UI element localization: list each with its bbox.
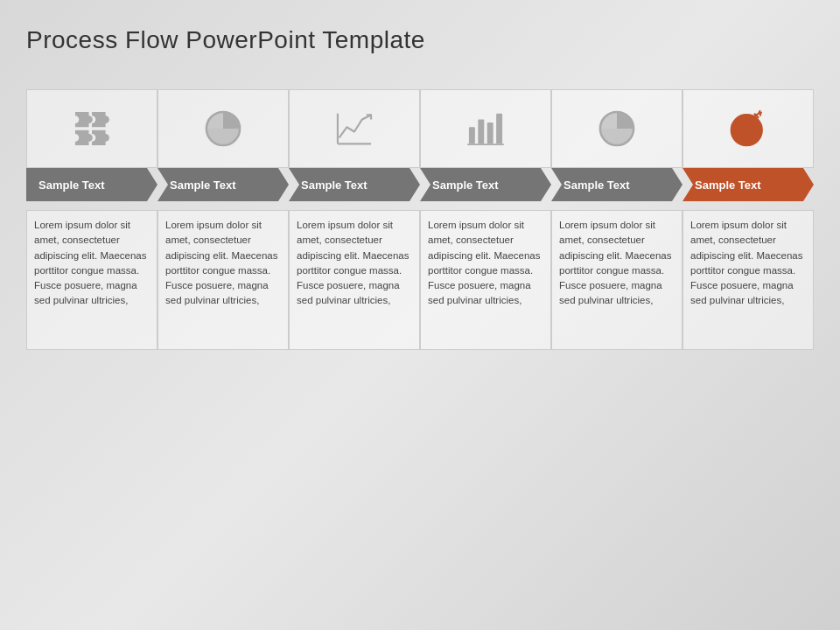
pie2-icon xyxy=(594,106,640,151)
step-4-label: Sample Text xyxy=(429,178,499,192)
step-4-body: Lorem ipsum dolor sit amet, consectetuer… xyxy=(420,210,551,350)
barchart-icon xyxy=(463,106,508,151)
step-2-label: Sample Text xyxy=(166,178,236,192)
step-1-label: Sample Text xyxy=(35,178,105,192)
flow-container: Sample TextLorem ipsum dolor sit amet, c… xyxy=(26,89,814,350)
svg-rect-4 xyxy=(478,120,484,144)
step-2-arrow: Sample Text xyxy=(158,168,289,201)
puzzle-icon xyxy=(69,106,115,151)
step-5-icon-box xyxy=(551,89,682,168)
step-1: Sample TextLorem ipsum dolor sit amet, c… xyxy=(26,89,158,350)
svg-rect-3 xyxy=(469,127,475,144)
step-1-body: Lorem ipsum dolor sit amet, consectetuer… xyxy=(26,210,158,350)
step-5-body: Lorem ipsum dolor sit amet, consectetuer… xyxy=(551,210,682,350)
svg-point-11 xyxy=(743,126,751,134)
page: Process Flow PowerPoint Template Sample … xyxy=(0,0,840,630)
step-5: Sample TextLorem ipsum dolor sit amet, c… xyxy=(551,89,682,350)
step-3-body: Lorem ipsum dolor sit amet, consectetuer… xyxy=(289,210,420,350)
step-5-label: Sample Text xyxy=(560,178,630,192)
step-5-arrow: Sample Text xyxy=(551,168,682,201)
pie-icon xyxy=(200,106,246,151)
step-3: Sample TextLorem ipsum dolor sit amet, c… xyxy=(289,89,420,350)
step-3-icon-box xyxy=(289,89,420,168)
page-title: Process Flow PowerPoint Template xyxy=(26,26,814,54)
step-2-icon-box xyxy=(158,89,289,168)
step-1-arrow: Sample Text xyxy=(26,168,158,201)
step-4-icon-box xyxy=(420,89,551,168)
step-1-icon-box xyxy=(26,89,158,168)
step-6-label: Sample Text xyxy=(691,178,761,192)
svg-rect-5 xyxy=(487,122,494,144)
step-6-arrow: Sample Text xyxy=(682,168,814,201)
step-6-icon-box xyxy=(682,89,814,168)
step-3-label: Sample Text xyxy=(298,178,368,192)
step-6-body: Lorem ipsum dolor sit amet, consectetuer… xyxy=(682,210,814,350)
svg-rect-6 xyxy=(496,114,502,144)
step-2-body: Lorem ipsum dolor sit amet, consectetuer… xyxy=(158,210,289,350)
linechart-icon xyxy=(332,106,377,151)
step-4-arrow: Sample Text xyxy=(420,168,551,201)
step-3-arrow: Sample Text xyxy=(289,168,420,201)
step-6: Sample TextLorem ipsum dolor sit amet, c… xyxy=(682,89,814,350)
step-2: Sample TextLorem ipsum dolor sit amet, c… xyxy=(158,89,289,350)
step-4: Sample TextLorem ipsum dolor sit amet, c… xyxy=(420,89,551,350)
target-icon xyxy=(725,106,771,151)
